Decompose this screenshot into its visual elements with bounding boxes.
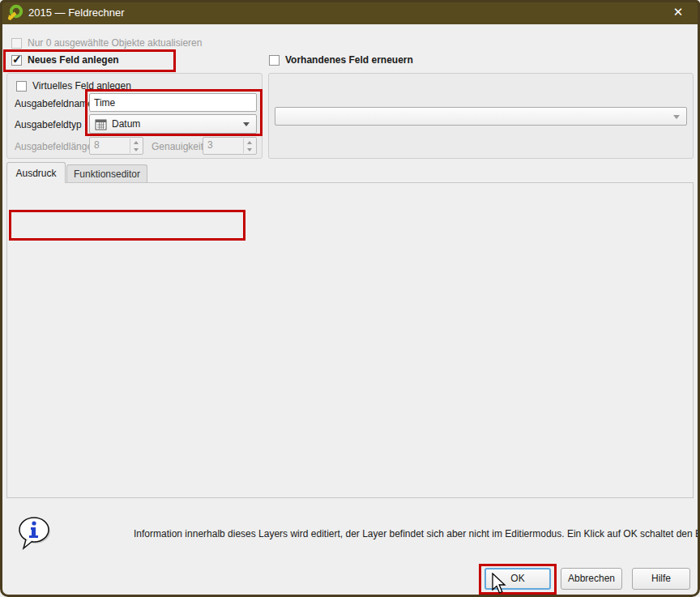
- output-length-label: Ausgabefeldlänge: [15, 141, 92, 152]
- precision-label: Genauigkeit: [152, 141, 203, 152]
- ok-label: OK: [510, 573, 524, 584]
- close-icon[interactable]: ✕: [668, 3, 689, 21]
- checkmark-icon: ✓: [12, 53, 22, 66]
- output-name-input[interactable]: [89, 93, 257, 112]
- output-length-spinner[interactable]: 8: [89, 137, 143, 155]
- tab-label: Funktionseditor: [74, 168, 140, 180]
- update-field-label: Vorhandenes Feld erneuern: [285, 54, 413, 66]
- output-name-label: Ausgabefeldname: [15, 98, 93, 109]
- update-field-checkbox[interactable]: [269, 55, 280, 66]
- cancel-label: Abbrechen: [568, 573, 615, 584]
- only-selected-label: Nur 0 ausgewählte Objekte aktualisieren: [28, 37, 202, 49]
- only-selected-checkbox[interactable]: [11, 38, 22, 49]
- qgis-logo-icon: [7, 4, 23, 20]
- spinner-buttons: [243, 139, 255, 153]
- tab-pane: [6, 182, 694, 498]
- output-type-value: Datum: [112, 118, 140, 130]
- spin-up-icon[interactable]: [247, 141, 252, 144]
- virtual-field-checkbox[interactable]: [16, 81, 27, 92]
- title-bar[interactable]: 2015 — Feldrechner ✕: [0, 0, 700, 24]
- precision-spinner[interactable]: 3: [203, 137, 257, 155]
- output-type-label: Ausgabefeldtyp: [15, 119, 82, 130]
- tab-label: Ausdruck: [15, 168, 56, 179]
- virtual-field-label: Virtuelles Feld anlegen: [32, 80, 131, 92]
- help-button[interactable]: Hilfe: [632, 568, 690, 590]
- field-calculator-dialog: 2015 — Feldrechner ✕ Nur 0 ausgewählte O…: [0, 0, 700, 597]
- new-field-label: Neues Feld anlegen: [28, 54, 119, 66]
- output-length-value: 8: [94, 139, 100, 151]
- tab-expression[interactable]: Ausdruck: [6, 162, 66, 183]
- chevron-down-icon: [243, 122, 250, 126]
- cancel-button[interactable]: Abbrechen: [561, 568, 622, 590]
- edit-mode-info-text: Information innerhalb dieses Layers wird…: [134, 528, 700, 539]
- existing-field-dropdown[interactable]: [275, 107, 687, 126]
- help-label: Hilfe: [651, 573, 671, 584]
- calendar-icon: [95, 118, 107, 130]
- info-bubble-icon: [15, 514, 53, 558]
- window-title: 2015 — Feldrechner: [28, 6, 125, 19]
- output-type-dropdown[interactable]: Datum: [89, 114, 257, 134]
- new-field-checkbox[interactable]: ✓: [11, 55, 22, 66]
- chevron-down-icon: [673, 115, 680, 119]
- ok-button[interactable]: OK: [484, 568, 551, 590]
- spinner-buttons: [130, 139, 142, 153]
- precision-value: 3: [207, 139, 213, 151]
- spin-up-icon[interactable]: [134, 141, 139, 144]
- spin-down-icon[interactable]: [134, 148, 139, 151]
- spin-down-icon[interactable]: [247, 148, 252, 151]
- tab-function-editor[interactable]: Funktionseditor: [66, 164, 147, 182]
